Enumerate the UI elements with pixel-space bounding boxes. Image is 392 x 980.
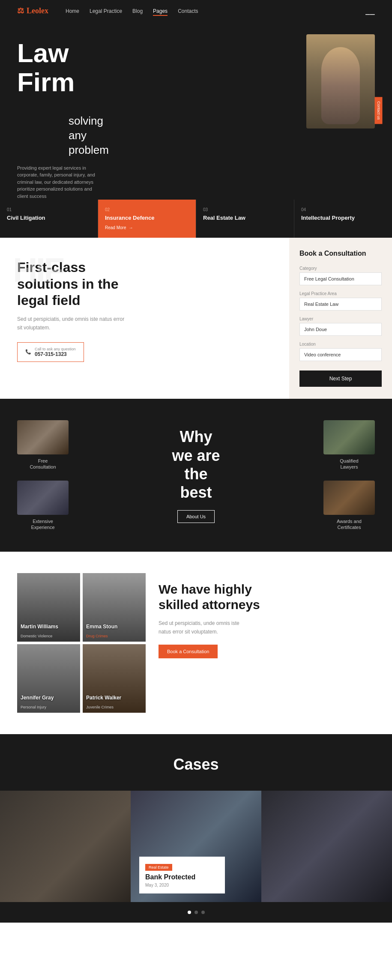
practice-num-2: 02: [105, 207, 189, 212]
practice-area-label: Legal Practice Area: [299, 291, 382, 296]
nav-home[interactable]: Home: [66, 8, 79, 14]
book-consultation-button[interactable]: Book a Consultation: [159, 645, 218, 658]
nav-blog[interactable]: Blog: [132, 8, 143, 14]
attorney-martin[interactable]: Martin Williams Domestic Violence: [17, 573, 80, 642]
consultation-title: Book a Consultation: [299, 250, 382, 257]
why-center: Why we are the best About Us: [86, 427, 306, 523]
call-label: Call to ask any question: [35, 347, 76, 351]
dot-2[interactable]: [195, 911, 198, 914]
case-card-3[interactable]: [261, 791, 392, 902]
pagination-dots: [0, 902, 392, 923]
practice-civil-litigation[interactable]: 01 Civil Litigation: [0, 200, 98, 238]
call-button[interactable]: 📞 Call to ask any question 057-315-1323: [17, 342, 84, 362]
practice-name-1: Civil Litigation: [7, 215, 91, 222]
solutions-title: First-class solutions in the legal field: [17, 259, 137, 308]
lawyer-label: Lawyer: [299, 317, 382, 321]
practice-num-3: 03: [203, 207, 287, 212]
cases-section: Cases Real Estate Bank Protected May 3, …: [0, 734, 392, 923]
hero-description: Providing expert legal services in corpo…: [17, 164, 103, 200]
practice-area-select[interactable]: Real Estate Law: [299, 298, 382, 311]
free-consultation-img: [17, 420, 69, 454]
attorney-emma[interactable]: Emma Stoun Drug Crimes: [83, 573, 146, 642]
awards-label: Awards andCertificates: [337, 518, 362, 531]
phone-icon: 📞: [25, 349, 31, 355]
case-card-1[interactable]: [0, 791, 131, 902]
awards-img: [323, 481, 375, 515]
why-item-qualified: QualifiedLawyers: [323, 420, 375, 470]
next-step-button[interactable]: Next Step: [299, 370, 382, 387]
attorney-specialty-jennifer: Personal Injury: [21, 705, 46, 709]
attorneys-section: Martin Williams Domestic Violence Emma S…: [0, 552, 392, 734]
case-overlay-2: Real Estate Bank Protected May 3, 2020: [139, 857, 253, 893]
attorneys-title: We have highly skilled attorneys: [159, 582, 261, 612]
attorneys-desc: Sed ut perspiciatis, unde omnis iste nat…: [159, 619, 253, 636]
dot-1[interactable]: [188, 911, 191, 914]
arrow-icon: →: [129, 225, 133, 230]
extensive-img: [17, 481, 69, 515]
hero-person: [321, 47, 360, 124]
category-label: Category: [299, 266, 382, 271]
hero-section: Law Firm solving any problem Providing e…: [0, 21, 392, 200]
cases-slider: Real Estate Bank Protected May 3, 2020: [0, 791, 392, 902]
logo-text: Leolex: [27, 6, 48, 15]
attorney-specialty-martin: Domestic Violence: [21, 634, 52, 638]
left-panel: First-class solutions in the legal field…: [0, 238, 289, 383]
attorney-specialty-patrick: Juvenile Crimes: [86, 705, 114, 709]
solutions-panel: HIF First-class solutions in the legal f…: [0, 238, 289, 399]
practice-num-1: 01: [7, 207, 91, 212]
about-us-button[interactable]: About Us: [177, 510, 215, 523]
why-left-items: FreeConsultation ExtensiveExperience: [17, 420, 69, 530]
solutions-desc: Sed ut perspiciatis, unde omnis iste nat…: [17, 315, 129, 332]
phone-number: 057-315-1323: [35, 351, 67, 357]
why-item-awards: Awards andCertificates: [323, 481, 375, 531]
why-right-items: QualifiedLawyers Awards andCertificates: [323, 420, 375, 530]
dot-3[interactable]: [201, 911, 205, 914]
attorney-name-jennifer: Jennifer Gray: [21, 695, 54, 701]
case-title-2: Bank Protected: [145, 873, 219, 881]
why-title: Why we are the best: [86, 427, 306, 502]
free-consultation-label: FreeConsultation: [30, 458, 56, 470]
menu-icon[interactable]: ⎯⎯: [365, 6, 375, 15]
practice-name-4: Intellectual Property: [301, 215, 385, 222]
nav-contacts[interactable]: Contacts: [178, 8, 198, 14]
read-more-row: Read More →: [105, 225, 189, 230]
practice-name-3: Real Estate Law: [203, 215, 287, 222]
case-date-2: May 3, 2020: [145, 883, 219, 887]
cases-title: Cases: [0, 756, 392, 774]
case-card-2[interactable]: Real Estate Bank Protected May 3, 2020: [131, 791, 261, 902]
logo-icon: ⚖: [17, 6, 24, 15]
category-select[interactable]: Free Legal Consultation: [299, 272, 382, 285]
practice-name-2: Insurance Defence: [105, 215, 189, 222]
consultation-panel: Book a Consultation Category Free Legal …: [289, 238, 392, 399]
why-item-extensive: ExtensiveExperience: [17, 481, 69, 531]
attorney-name-martin: Martin Williams: [21, 624, 58, 630]
attorney-name-emma: Emma Stoun: [86, 624, 117, 630]
contact-us-label[interactable]: Contact us: [374, 97, 382, 124]
logo[interactable]: ⚖ Leolex: [17, 6, 48, 15]
attorney-specialty-emma: Drug Crimes: [86, 634, 108, 638]
nav-links: Home Legal Practice Blog Pages Contacts: [66, 7, 365, 15]
why-section: FreeConsultation ExtensiveExperience Why…: [0, 399, 392, 552]
location-label: Location: [299, 342, 382, 347]
location-select[interactable]: Video conference: [299, 348, 382, 361]
read-more-label[interactable]: Read More: [105, 225, 126, 230]
navbar: ⚖ Leolex Home Legal Practice Blog Pages …: [0, 0, 392, 21]
qualified-img: [323, 420, 375, 454]
attorney-name-patrick: Patrick Walker: [86, 695, 121, 701]
why-item-free-consultation: FreeConsultation: [17, 420, 69, 470]
practice-insurance-defence[interactable]: 02 Insurance Defence Read More →: [98, 200, 196, 238]
qualified-label: QualifiedLawyers: [340, 458, 358, 470]
attorneys-grid: Martin Williams Domestic Violence Emma S…: [17, 573, 146, 713]
lawyer-select[interactable]: John Doue: [299, 323, 382, 336]
case-badge-2: Real Estate: [145, 864, 172, 871]
practice-intellectual-property[interactable]: 04 Intellectual Property: [294, 200, 392, 238]
attorney-patrick[interactable]: Patrick Walker Juvenile Crimes: [83, 644, 146, 713]
attorney-jennifer[interactable]: Jennifer Gray Personal Injury: [17, 644, 80, 713]
extensive-label: ExtensiveExperience: [31, 518, 54, 531]
practice-real-estate[interactable]: 03 Real Estate Law: [196, 200, 294, 238]
nav-pages[interactable]: Pages: [153, 8, 168, 16]
attorneys-text: We have highly skilled attorneys Sed ut …: [159, 573, 375, 658]
practice-num-4: 04: [301, 207, 385, 212]
hero-image: [306, 34, 375, 128]
nav-legal-practice[interactable]: Legal Practice: [90, 8, 122, 14]
